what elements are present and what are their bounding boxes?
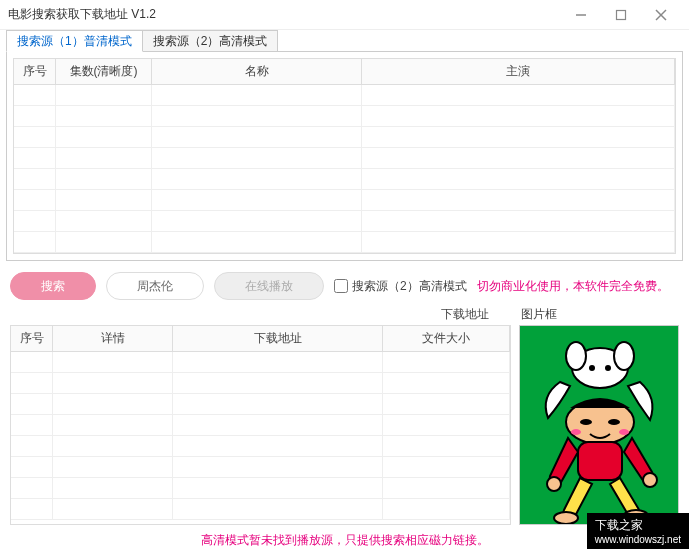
search-button[interactable]: 搜索 xyxy=(10,272,96,300)
table-row[interactable] xyxy=(14,148,675,169)
table-row[interactable] xyxy=(14,127,675,148)
cartoon-image-icon xyxy=(520,326,679,525)
svg-point-19 xyxy=(643,473,657,487)
hd-mode-checkbox[interactable]: 搜索源（2）高清模式 xyxy=(334,278,467,295)
col-index: 序号 xyxy=(14,59,56,84)
play-button: 在线播放 xyxy=(214,272,324,300)
downloads-grid[interactable]: 序号 详情 下载地址 文件大小 xyxy=(10,325,511,525)
watermark-zh: 下载之家 xyxy=(595,518,643,532)
col-episodes: 集数(清晰度) xyxy=(56,59,152,84)
col-name: 名称 xyxy=(152,59,362,84)
commercial-warning: 切勿商业化使用，本软件完全免费。 xyxy=(477,278,669,295)
maximize-button[interactable] xyxy=(601,0,641,30)
svg-point-14 xyxy=(619,429,629,435)
col-cast: 主演 xyxy=(362,59,675,84)
svg-point-13 xyxy=(571,429,581,435)
svg-point-9 xyxy=(605,365,611,371)
preview-image xyxy=(519,325,679,525)
table-row[interactable] xyxy=(14,232,675,253)
svg-point-18 xyxy=(547,477,561,491)
window-title: 电影搜索获取下载地址 V1.2 xyxy=(8,6,561,23)
table-row[interactable] xyxy=(11,478,510,499)
hd-mode-label: 搜索源（2）高清模式 xyxy=(352,278,467,295)
table-row[interactable] xyxy=(11,352,510,373)
tab-source-2[interactable]: 搜索源（2）高清模式 xyxy=(142,30,279,52)
table-row[interactable] xyxy=(11,415,510,436)
keyword-input[interactable]: 周杰伦 xyxy=(106,272,204,300)
table-row[interactable] xyxy=(14,106,675,127)
svg-rect-15 xyxy=(578,442,622,480)
table-row[interactable] xyxy=(14,190,675,211)
download-section-label: 下载地址 xyxy=(10,306,519,325)
watermark-en: www.windowszj.net xyxy=(595,534,681,545)
svg-point-7 xyxy=(614,342,634,370)
table-row[interactable] xyxy=(11,457,510,478)
footer-note: 高清模式暂未找到播放源，只提供搜索相应磁力链接。 xyxy=(0,532,689,549)
table-row[interactable] xyxy=(11,394,510,415)
tab-source-1[interactable]: 搜索源（1）普清模式 xyxy=(6,30,143,52)
svg-point-11 xyxy=(580,419,592,425)
svg-rect-1 xyxy=(617,10,626,19)
table-row[interactable] xyxy=(14,85,675,106)
svg-point-6 xyxy=(566,342,586,370)
hd-mode-input[interactable] xyxy=(334,279,348,293)
watermark: 下载之家 www.windowszj.net xyxy=(587,513,689,549)
table-row[interactable] xyxy=(14,211,675,232)
svg-point-16 xyxy=(554,512,578,524)
dcol-size: 文件大小 xyxy=(383,326,510,351)
table-row[interactable] xyxy=(14,169,675,190)
dcol-detail: 详情 xyxy=(53,326,173,351)
minimize-button[interactable] xyxy=(561,0,601,30)
image-section-label: 图片框 xyxy=(519,306,679,325)
svg-point-12 xyxy=(608,419,620,425)
table-row[interactable] xyxy=(11,499,510,520)
results-grid[interactable]: 序号 集数(清晰度) 名称 主演 xyxy=(13,58,676,254)
close-button[interactable] xyxy=(641,0,681,30)
dcol-index: 序号 xyxy=(11,326,53,351)
svg-point-8 xyxy=(589,365,595,371)
dcol-url: 下载地址 xyxy=(173,326,383,351)
table-row[interactable] xyxy=(11,436,510,457)
table-row[interactable] xyxy=(11,373,510,394)
